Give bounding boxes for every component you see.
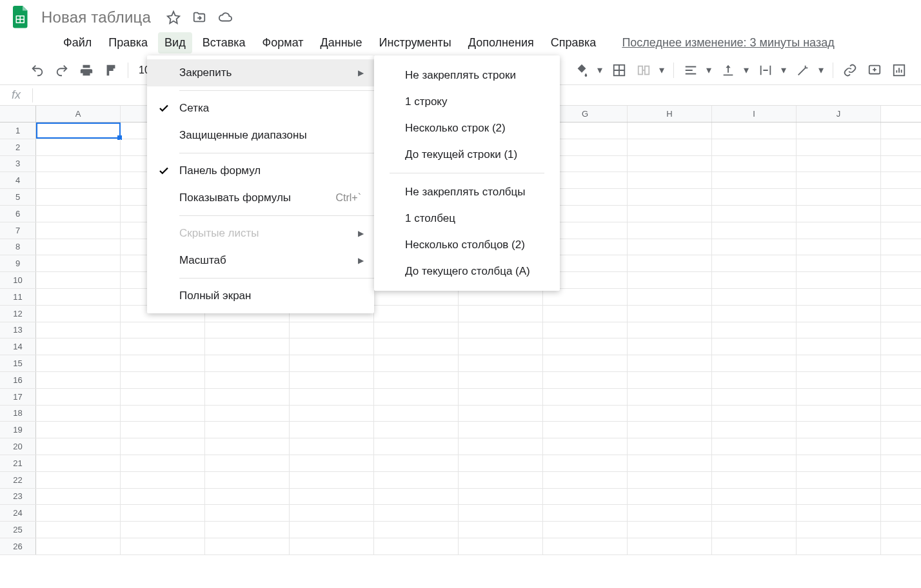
cell[interactable] [543, 355, 628, 371]
cell[interactable] [797, 338, 881, 355]
cell[interactable] [459, 538, 543, 554]
menu-item-fullscreen[interactable]: Полный экран [147, 282, 374, 309]
cell[interactable] [459, 522, 543, 538]
cell[interactable] [36, 472, 121, 488]
cell[interactable] [459, 322, 543, 338]
cell[interactable] [797, 322, 881, 338]
cell[interactable] [797, 255, 881, 271]
cell[interactable] [36, 372, 121, 388]
col-header[interactable]: J [797, 106, 881, 122]
merge-dropdown-icon[interactable]: ▾ [659, 64, 666, 76]
cell[interactable] [36, 122, 121, 139]
cell[interactable] [712, 438, 797, 455]
row-header[interactable]: 2 [0, 139, 36, 155]
h-align-dropdown-icon[interactable]: ▾ [706, 64, 713, 76]
cell[interactable] [36, 289, 121, 305]
cell[interactable] [374, 306, 459, 322]
row-header[interactable]: 9 [0, 255, 36, 271]
cell[interactable] [628, 189, 712, 205]
cell[interactable] [121, 489, 205, 505]
cell[interactable] [36, 272, 121, 288]
cell[interactable] [628, 505, 712, 521]
cell[interactable] [374, 538, 459, 554]
cell[interactable] [712, 122, 797, 139]
cell[interactable] [36, 322, 121, 338]
cell[interactable] [290, 505, 374, 521]
row-header[interactable]: 16 [0, 372, 36, 388]
cell[interactable] [797, 206, 881, 222]
row-header[interactable]: 4 [0, 172, 36, 188]
cell[interactable] [36, 355, 121, 371]
cell[interactable] [374, 406, 459, 422]
cell[interactable] [797, 455, 881, 471]
paint-format-icon[interactable] [102, 61, 120, 79]
cell[interactable] [36, 522, 121, 538]
cell[interactable] [797, 355, 881, 371]
cell[interactable] [374, 289, 459, 305]
cell[interactable] [712, 505, 797, 521]
submenu-n-cols[interactable]: Несколько столбцов (2) [374, 231, 560, 258]
cell[interactable] [459, 505, 543, 521]
cell[interactable] [797, 438, 881, 455]
cell[interactable] [459, 306, 543, 322]
menu-edit[interactable]: Правка [102, 32, 154, 54]
cell[interactable] [797, 306, 881, 322]
cell[interactable] [205, 438, 290, 455]
cell[interactable] [628, 438, 712, 455]
cell[interactable] [459, 438, 543, 455]
cell[interactable] [205, 406, 290, 422]
cell[interactable] [374, 322, 459, 338]
cell[interactable] [36, 422, 121, 438]
row-header[interactable]: 14 [0, 338, 36, 355]
cell[interactable] [374, 355, 459, 371]
cell[interactable] [543, 472, 628, 488]
cell[interactable] [797, 372, 881, 388]
cell[interactable] [121, 472, 205, 488]
row-header[interactable]: 23 [0, 489, 36, 505]
cell[interactable] [797, 222, 881, 239]
cell[interactable] [628, 338, 712, 355]
menu-item-grid[interactable]: Сетка [147, 95, 374, 122]
cell[interactable] [290, 489, 374, 505]
menu-item-formula-bar[interactable]: Панель формул [147, 157, 374, 184]
cell[interactable] [36, 172, 121, 188]
submenu-n-rows[interactable]: Несколько строк (2) [374, 115, 560, 141]
cell[interactable] [290, 538, 374, 554]
cell[interactable] [205, 422, 290, 438]
cell[interactable] [628, 255, 712, 271]
cell[interactable] [797, 522, 881, 538]
cell[interactable] [36, 438, 121, 455]
cell[interactable] [628, 139, 712, 155]
cell[interactable] [712, 322, 797, 338]
cell[interactable] [36, 239, 121, 255]
cell[interactable] [797, 505, 881, 521]
cell[interactable] [374, 522, 459, 538]
cell[interactable] [712, 172, 797, 188]
merge-cells-icon[interactable] [635, 61, 653, 79]
cell[interactable] [712, 239, 797, 255]
menu-insert[interactable]: Вставка [196, 32, 252, 54]
cell[interactable] [121, 522, 205, 538]
row-header[interactable]: 13 [0, 322, 36, 338]
cell[interactable] [543, 455, 628, 471]
row-header[interactable]: 26 [0, 538, 36, 554]
cell[interactable] [628, 122, 712, 139]
cell[interactable] [712, 455, 797, 471]
cell[interactable] [712, 272, 797, 288]
cell[interactable] [797, 139, 881, 155]
undo-icon[interactable] [28, 61, 46, 79]
cell[interactable] [459, 455, 543, 471]
cell[interactable] [712, 338, 797, 355]
cell[interactable] [712, 289, 797, 305]
cell[interactable] [797, 538, 881, 554]
cell[interactable] [628, 406, 712, 422]
cell[interactable] [459, 472, 543, 488]
comment-icon[interactable] [866, 61, 884, 79]
chart-icon[interactable] [890, 61, 908, 79]
cell[interactable] [121, 389, 205, 405]
cell[interactable] [459, 355, 543, 371]
row-header[interactable]: 15 [0, 355, 36, 371]
cell[interactable] [712, 406, 797, 422]
row-header[interactable]: 6 [0, 206, 36, 222]
rotate-dropdown-icon[interactable]: ▾ [818, 64, 825, 76]
